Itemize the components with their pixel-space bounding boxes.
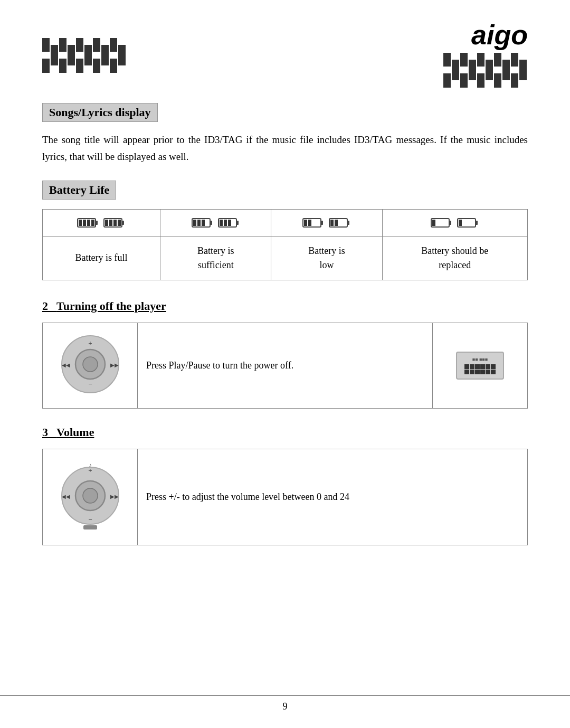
left-checker-pattern (42, 38, 127, 72)
section-2-heading: 2 Turning off the player (42, 299, 528, 313)
svg-rect-10 (113, 220, 117, 226)
battery-sufficient-icon-2 (218, 217, 240, 229)
battery-low-icon-1 (302, 217, 325, 229)
mp3-player-icon-2: + − ◀◀ ▶▶ ♪ (59, 459, 122, 533)
svg-text:−: − (88, 516, 92, 524)
mp3-player-icon-1: + − ◀◀ ▶▶ (59, 333, 122, 396)
svg-text:▶▶: ▶▶ (110, 362, 119, 368)
page-number: 9 (283, 701, 288, 712)
svg-rect-24 (304, 220, 307, 226)
svg-rect-51 (83, 525, 97, 530)
header-area: aigo (42, 21, 528, 87)
battery-labels-row: Battery is full Battery issufficient Bat… (43, 236, 528, 280)
battery-low-label: Battery islow (271, 236, 382, 280)
svg-rect-31 (449, 221, 451, 225)
right-checker-pattern (443, 53, 528, 87)
svg-text:▶▶: ▶▶ (110, 494, 119, 499)
section-3-heading: 3 Volume (42, 426, 528, 439)
svg-rect-18 (236, 221, 239, 225)
volume-section: 3 Volume + − ◀◀ ▶▶ ♪ (42, 426, 528, 545)
page-footer: 9 (0, 695, 570, 712)
svg-rect-9 (109, 220, 112, 226)
svg-rect-8 (105, 220, 108, 226)
section-2-number: 2 (42, 299, 48, 313)
replace-battery-cell (382, 209, 527, 236)
volume-table: + − ◀◀ ▶▶ ♪ Press +/- to adjust the volu… (42, 449, 528, 545)
svg-point-45 (83, 488, 98, 503)
svg-rect-27 (347, 221, 349, 225)
battery-replace-icon-1 (431, 217, 453, 229)
svg-rect-25 (308, 220, 311, 226)
right-logo: aigo (443, 21, 528, 87)
screen-pixel-grid (464, 364, 496, 374)
svg-rect-13 (210, 221, 212, 225)
svg-rect-5 (91, 220, 94, 226)
svg-text:+: + (88, 339, 92, 347)
replace-battery-icons (388, 217, 522, 229)
svg-rect-32 (432, 220, 435, 226)
volume-row: + − ◀◀ ▶▶ ♪ Press +/- to adjust the volu… (43, 449, 528, 545)
left-logo (42, 37, 127, 72)
svg-rect-15 (197, 220, 201, 226)
battery-full-icon-2 (103, 217, 126, 229)
svg-rect-20 (224, 220, 227, 226)
svg-rect-28 (330, 220, 334, 226)
battery-sufficient-label: Battery issufficient (160, 236, 271, 280)
battery-life-heading: Battery Life (42, 181, 116, 200)
svg-rect-34 (476, 221, 478, 225)
low-battery-cell (271, 209, 382, 236)
songs-lyrics-section: Songs/Lyrics display The song title will… (42, 103, 528, 166)
svg-rect-29 (335, 220, 338, 226)
svg-text:◀◀: ◀◀ (62, 494, 70, 499)
svg-rect-1 (96, 221, 98, 225)
battery-life-section: Battery Life (42, 181, 528, 280)
svg-rect-3 (83, 220, 86, 226)
device-icon-cell-1: + − ◀◀ ▶▶ (43, 323, 138, 408)
turning-off-text: Press Play/Pause to turn the power off. (138, 323, 433, 408)
turning-off-section: 2 Turning off the player + − ◀◀ ▶▶ Press… (42, 299, 528, 409)
sufficient-battery-cell (160, 209, 271, 236)
device-icon-cell-2: + − ◀◀ ▶▶ ♪ (43, 449, 138, 545)
battery-low-icon-2 (329, 217, 351, 229)
screen-display: ■■ ■■■ (456, 352, 504, 380)
battery-replace-icon-2 (457, 217, 479, 229)
svg-rect-4 (87, 220, 90, 226)
songs-lyrics-heading: Songs/Lyrics display (42, 103, 158, 122)
turning-off-row: + − ◀◀ ▶▶ Press Play/Pause to turn the p… (43, 323, 528, 408)
svg-text:−: − (88, 380, 92, 388)
turning-off-table: + − ◀◀ ▶▶ Press Play/Pause to turn the p… (42, 323, 528, 409)
svg-rect-35 (459, 220, 462, 226)
section-3-title: Volume (56, 426, 94, 439)
songs-lyrics-body: The song title will appear prior to the … (42, 131, 528, 166)
svg-text:♪: ♪ (89, 462, 92, 468)
brand-name: aigo (443, 21, 528, 49)
battery-full-icon-1 (77, 217, 99, 229)
svg-rect-11 (118, 220, 121, 226)
battery-table: Battery is full Battery issufficient Bat… (42, 209, 528, 280)
section-2-title: Turning off the player (56, 299, 166, 313)
screen-display-cell: ■■ ■■■ (433, 323, 528, 408)
battery-sufficient-icon-1 (192, 217, 214, 229)
volume-text: Press +/- to adjust the volume level bet… (138, 449, 528, 545)
battery-full-label: Battery is full (43, 236, 160, 280)
svg-rect-23 (321, 221, 323, 225)
battery-icons-row (43, 209, 528, 236)
svg-rect-16 (202, 220, 205, 226)
svg-point-38 (83, 357, 98, 372)
full-battery-icons (48, 217, 155, 229)
svg-rect-2 (79, 220, 82, 226)
section-3-number: 3 (42, 426, 48, 439)
svg-text:◀◀: ◀◀ (62, 362, 70, 368)
svg-rect-14 (193, 220, 196, 226)
full-battery-cell (43, 209, 160, 236)
low-battery-icons (277, 217, 376, 229)
sufficient-battery-icons (166, 217, 265, 229)
svg-rect-7 (122, 221, 124, 225)
battery-replace-label: Battery should bereplaced (382, 236, 527, 280)
svg-rect-21 (228, 220, 231, 226)
svg-rect-19 (220, 220, 223, 226)
